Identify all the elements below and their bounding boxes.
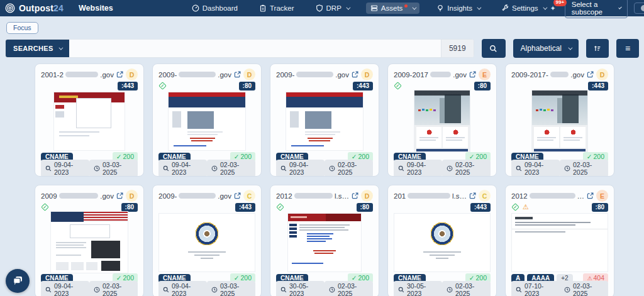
asset-title: 2012 l.s… [276, 192, 358, 200]
external-link-icon[interactable] [587, 192, 594, 199]
scan-date: 09-04-2023 [158, 160, 207, 177]
port-badge: :443 [353, 82, 373, 90]
site-thumbnail[interactable] [394, 212, 491, 273]
check-date: 03-03-2025 [89, 160, 138, 177]
nav-item-dashboard[interactable]: Dashboard [187, 3, 242, 14]
add-circle-icon[interactable]: ⊕ [575, 177, 583, 177]
searches-dropdown-button[interactable]: SEARCHES [6, 40, 69, 57]
brand-logo[interactable]: Outpost24 [5, 3, 64, 13]
notifications-button[interactable]: ✦ 99+ [550, 4, 558, 13]
certificate-check-icon [158, 82, 167, 90]
asset-title: 2009- .gov [158, 71, 241, 79]
shield-icon [316, 4, 323, 12]
date-row: 09-04-2023 02-03-2025 [276, 163, 373, 174]
chevron-down-icon [413, 5, 417, 9]
check-date: 02-03-2025 [560, 160, 608, 177]
site-thumbnail[interactable] [158, 90, 255, 151]
search-button[interactable] [482, 39, 506, 58]
view-menu-button[interactable]: ≡ [616, 39, 639, 58]
site-thumbnail[interactable] [41, 212, 138, 273]
port-badge: :80 [357, 203, 373, 212]
site-thumbnail[interactable] [158, 212, 255, 273]
grade-badge: D [126, 190, 138, 202]
asset-card: 201 l.s… C ⚠ :443 CNAME 200 30-05-2023 0 [387, 185, 497, 296]
grade-badge: D [126, 69, 138, 80]
port-badge: :443 [470, 203, 491, 212]
external-link-icon[interactable] [234, 192, 241, 199]
add-circle-icon[interactable]: ⊕ [340, 177, 348, 177]
grade-badge: C [243, 190, 255, 202]
asset-title: 2009- .gov [158, 192, 241, 200]
external-link-icon[interactable] [234, 71, 241, 78]
external-link-icon[interactable] [352, 71, 358, 78]
date-row: 30-05-2023 02-03-2025 [394, 284, 491, 295]
site-thumbnail[interactable] [276, 90, 373, 151]
add-circle-icon[interactable]: ⊕ [222, 177, 230, 177]
nav-item-assets[interactable]: Assets [366, 3, 420, 14]
thumbnail-image [532, 90, 587, 151]
grade-badge: E [596, 190, 608, 202]
sort-direction-button[interactable] [586, 39, 609, 58]
external-link-icon[interactable] [469, 71, 476, 78]
date-row: 07-10-2023 02-03-2025 [511, 284, 608, 295]
certificate-check-icon [276, 203, 284, 211]
asset-title: 2012 … [511, 192, 594, 200]
asset-card: 2009- .gov D ⚠ :443 CNAME 200 09-04-2023 [270, 63, 379, 177]
check-date: 02-03-2025 [207, 160, 255, 177]
chevron-down-icon [346, 5, 350, 9]
add-circle-icon[interactable]: ⊕ [457, 177, 465, 177]
site-thumbnail[interactable] [41, 90, 138, 151]
asset-card: 2009 .gov D ⚠ :80 CNAME 200 09-04-2023 0 [35, 185, 144, 296]
check-date: 02-03-2025 [325, 160, 373, 177]
sort-amount-icon [594, 45, 601, 52]
asset-card: 2012 … E ⚠ :80 AAAAA+2 404 07-10-2023 02 [505, 185, 614, 296]
external-link-icon[interactable] [352, 192, 358, 199]
thumbnail-image [414, 90, 470, 151]
main-nav: Dashboard Tracker DRP Assets Insights Se… [187, 3, 550, 14]
check-date: 02-03-2025 [442, 160, 491, 177]
clock-icon [94, 287, 100, 293]
focus-button[interactable]: Focus [6, 22, 38, 34]
certificate-check-icon [41, 203, 49, 211]
account-select[interactable] [634, 3, 644, 14]
grade-badge: D [361, 190, 373, 202]
thumbnail-image [51, 212, 128, 273]
external-link-icon[interactable] [587, 71, 594, 78]
subscope-select[interactable]: Select a subscope [565, 0, 628, 18]
external-link-icon[interactable] [116, 71, 123, 78]
add-circle-icon[interactable]: ⊕ [104, 177, 113, 177]
sort-order-select[interactable]: Alphabetical [513, 39, 579, 58]
site-thumbnail[interactable] [511, 212, 608, 273]
scan-date: 07-10-2023 [511, 281, 560, 296]
site-thumbnail[interactable] [394, 90, 491, 151]
card-grid: 2001-2 .gov D ⚠ :443 CNAME 200 09-04-202… [35, 63, 644, 296]
nav-item-insights[interactable]: Insights [432, 3, 484, 14]
title-redacted [294, 193, 333, 199]
nav-item-drp[interactable]: DRP [311, 3, 353, 14]
nav-item-tracker[interactable]: Tracker [255, 3, 299, 14]
chevron-down-icon [618, 6, 622, 9]
site-thumbnail[interactable] [511, 90, 608, 151]
site-thumbnail[interactable] [276, 212, 373, 273]
thumbnail-image [288, 214, 361, 271]
check-date: 02-03-2025 [442, 281, 491, 296]
lightbulb-icon [436, 4, 444, 12]
chat-widget-button[interactable] [6, 269, 30, 293]
date-row: 09-04-2023 02-03-2025 [511, 163, 608, 174]
grade-badge: D [596, 69, 608, 80]
nav-item-settings[interactable]: Settings [497, 3, 550, 14]
page-title: Websites [79, 4, 113, 13]
clock-icon [94, 165, 100, 172]
magnifier-icon [45, 165, 52, 172]
chevron-down-icon [568, 45, 572, 50]
scan-date: 30-05-2023 [394, 281, 442, 296]
asset-title: 2009 .gov [41, 192, 123, 200]
title-redacted [296, 72, 333, 77]
asset-title: 201 l.s… [394, 192, 476, 200]
grade-badge: D [361, 69, 373, 80]
external-link-icon[interactable] [116, 192, 123, 199]
search-input[interactable] [69, 40, 441, 57]
chevron-down-icon [58, 45, 63, 50]
external-link-icon[interactable] [469, 192, 476, 199]
asset-card: 2012 l.s… D ⚠ :80 CNAME 200 30-05-2023 0 [270, 185, 379, 296]
